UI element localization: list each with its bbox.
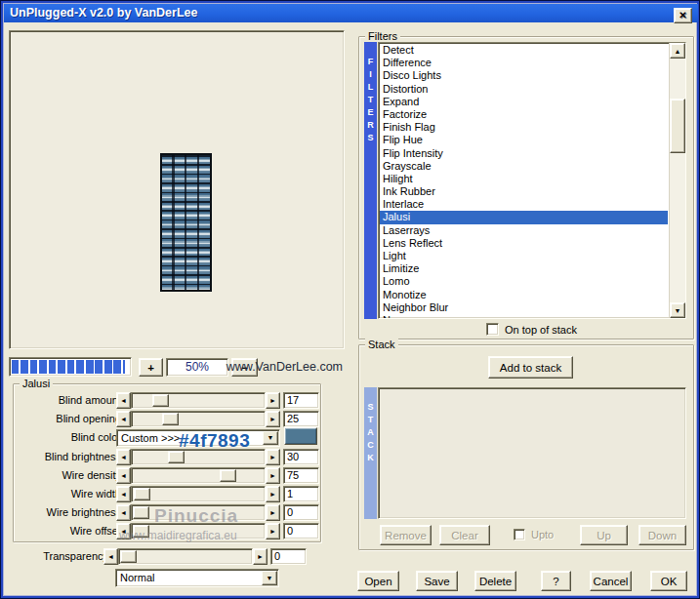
close-icon[interactable]: ✕ — [674, 8, 692, 23]
filter-list-item[interactable]: Flip Hue — [380, 134, 668, 146]
transparency-label: Transparency — [43, 550, 108, 562]
zoom-level-field[interactable]: 50% — [166, 358, 228, 377]
blind-color-dropdown-icon[interactable]: ▼ — [263, 431, 278, 445]
slider-left-arrow-icon[interactable]: ◄ — [116, 486, 131, 502]
slider-left-arrow-icon[interactable]: ◄ — [116, 467, 131, 484]
slider-left-arrow-icon[interactable]: ◄ — [116, 504, 131, 521]
blend-mode-dropdown-icon[interactable]: ▼ — [262, 571, 277, 585]
slider-thumb[interactable] — [162, 413, 179, 425]
down-button[interactable]: Down — [638, 525, 686, 545]
blind-preview-image — [160, 153, 212, 292]
filter-list-item[interactable]: Disco Lights — [380, 69, 668, 82]
filter-list-item[interactable]: Factorize — [380, 108, 668, 121]
slider-left-arrow-icon[interactable]: ◄ — [116, 449, 131, 465]
filter-list-item[interactable]: Distortion — [380, 83, 668, 96]
slider-value-field[interactable]: 30 — [283, 449, 319, 465]
preview-panel[interactable] — [9, 30, 345, 349]
filter-list-item[interactable]: Light — [380, 250, 668, 262]
filter-list-item[interactable]: Ink Rubber — [380, 185, 668, 198]
blind-color-value: Custom >>> — [121, 432, 180, 444]
stack-side-bar: STACK — [364, 387, 377, 519]
filter-list[interactable]: DetectDifferenceDisco LightsDistortionEx… — [378, 42, 686, 319]
slider-track[interactable] — [131, 467, 266, 484]
side-bar-letter: R — [364, 119, 377, 132]
transparency-slider-thumb[interactable] — [120, 550, 137, 563]
help-button[interactable]: ? — [541, 571, 571, 591]
blend-mode-select[interactable]: Normal ▼ — [115, 569, 279, 587]
stack-list[interactable] — [378, 387, 686, 519]
slider-thumb[interactable] — [134, 488, 150, 500]
slider-thumb[interactable] — [133, 506, 149, 519]
blind-color-row: Blind colorCustom >>>▼ — [14, 429, 322, 447]
filter-list-scrollbar[interactable]: ▲ ▼ — [669, 43, 685, 318]
filter-list-item[interactable]: Detect — [380, 44, 668, 57]
slider-right-arrow-icon[interactable]: ► — [266, 523, 280, 539]
slider-value-field[interactable]: 1 — [283, 486, 319, 502]
filter-list-item[interactable]: Jalusi — [380, 211, 668, 223]
slider-thumb[interactable] — [152, 394, 169, 407]
filter-list-item[interactable]: Lens Reflect — [380, 237, 668, 250]
slider-label: Blind opening — [56, 413, 121, 424]
scroll-down-icon[interactable]: ▼ — [670, 302, 685, 318]
transparency-left-arrow[interactable]: ◄ — [103, 548, 118, 565]
dialog-window: UnPlugged-X v2.0 by VanDerLee ✕ + 50% − … — [0, 0, 700, 599]
delete-button[interactable]: Delete — [474, 571, 516, 591]
slider-right-arrow-icon[interactable]: ► — [266, 467, 280, 484]
ok-button[interactable]: OK — [650, 571, 687, 591]
blend-mode-value: Normal — [120, 572, 154, 583]
transparency-value-field[interactable]: 0 — [270, 548, 307, 565]
filter-list-item[interactable]: Difference — [380, 57, 668, 69]
filter-list-item[interactable]: Lomo — [380, 275, 668, 288]
slider-track[interactable] — [131, 486, 266, 502]
slider-label: Wire density — [62, 469, 121, 481]
open-button[interactable]: Open — [357, 571, 399, 591]
slider-value-field[interactable]: 0 — [283, 504, 319, 521]
save-button[interactable]: Save — [416, 571, 458, 591]
up-button[interactable]: Up — [580, 525, 628, 545]
slider-value-field[interactable]: 75 — [283, 467, 319, 484]
slider-label: Blind amount — [59, 394, 121, 406]
slider-left-arrow-icon[interactable]: ◄ — [116, 392, 131, 409]
filter-list-item[interactable]: Hilight — [380, 173, 668, 185]
on-top-of-stack-checkbox[interactable] — [486, 323, 499, 336]
filter-list-item[interactable]: Limitize — [380, 262, 668, 275]
slider-right-arrow-icon[interactable]: ► — [266, 449, 280, 465]
slider-value-field[interactable]: 0 — [283, 523, 319, 539]
slider-right-arrow-icon[interactable]: ► — [266, 504, 280, 521]
scrollbar-thumb[interactable] — [670, 99, 685, 153]
filter-list-item[interactable]: Expand — [380, 96, 668, 108]
slider-label: Wire width — [71, 488, 121, 499]
filter-list-item[interactable]: Neighbor Blur — [380, 301, 668, 314]
filter-list-item[interactable]: Neon — [380, 314, 668, 319]
slider-value-field[interactable]: 25 — [283, 411, 319, 427]
zoom-in-button[interactable]: + — [139, 358, 163, 377]
filter-list-item[interactable]: Monotize — [380, 289, 668, 301]
side-bar-letter: K — [364, 452, 377, 464]
slider-right-arrow-icon[interactable]: ► — [266, 392, 280, 409]
transparency-slider-track[interactable] — [118, 548, 253, 565]
upto-checkbox[interactable] — [514, 529, 525, 540]
clear-button[interactable]: Clear — [439, 525, 490, 545]
slider-track[interactable] — [131, 392, 266, 409]
transparency-right-arrow[interactable]: ► — [253, 548, 268, 565]
on-top-of-stack-label: On top of stack — [505, 324, 577, 336]
filter-list-item[interactable]: Grayscale — [380, 160, 668, 173]
remove-button[interactable]: Remove — [380, 525, 432, 545]
add-to-stack-button[interactable]: Add to stack — [488, 356, 573, 379]
slider-track[interactable] — [131, 411, 266, 427]
filter-list-item[interactable]: Flip Intensity — [380, 147, 668, 160]
cancel-button[interactable]: Cancel — [590, 571, 632, 591]
filter-list-item[interactable]: Finish Flag — [380, 121, 668, 134]
slider-thumb[interactable] — [168, 451, 185, 463]
filter-list-item[interactable]: Laserrays — [380, 224, 668, 237]
upto-row: Upto — [514, 529, 554, 540]
scroll-up-icon[interactable]: ▲ — [670, 43, 685, 59]
filter-list-item[interactable]: Interlace — [380, 198, 668, 211]
blind-color-swatch[interactable] — [284, 427, 317, 445]
slider-right-arrow-icon[interactable]: ► — [266, 486, 280, 502]
slider-left-arrow-icon[interactable]: ◄ — [116, 411, 131, 427]
slider-right-arrow-icon[interactable]: ► — [266, 411, 280, 427]
side-bar-letter: E — [364, 106, 377, 119]
slider-thumb[interactable] — [220, 469, 236, 482]
slider-value-field[interactable]: 17 — [283, 392, 319, 409]
